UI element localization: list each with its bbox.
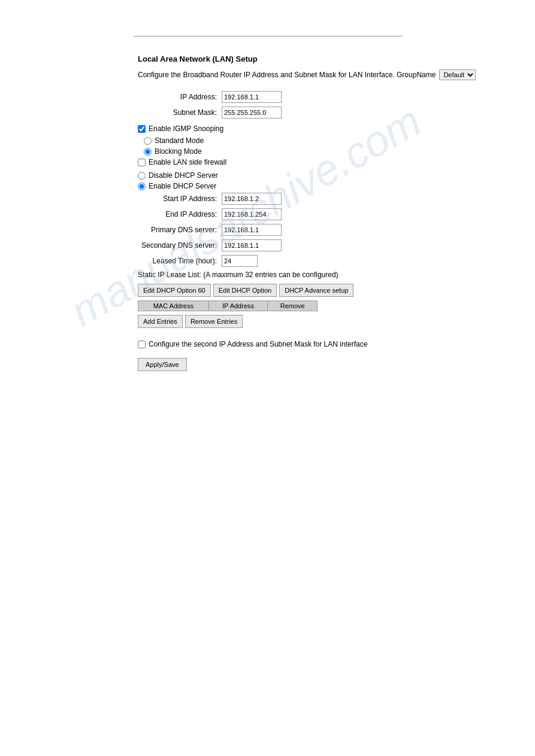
- enable-dhcp-row: Enable DHCP Server: [138, 182, 511, 190]
- disable-dhcp-label: Disable DHCP Server: [149, 171, 218, 180]
- disable-dhcp-radio[interactable]: [138, 172, 146, 180]
- dhcp-buttons-row: Edit DHCP Option 60 Edit DHCP Option DHC…: [138, 284, 511, 297]
- lan-firewall-row: Enable LAN side firewall: [138, 158, 511, 166]
- secondary-dns-row: Secondary DNS server:: [138, 239, 511, 251]
- start-ip-input[interactable]: [222, 193, 282, 205]
- content-area: Local Area Network (LAN) Setup Configure…: [138, 54, 511, 371]
- dhcp-advance-setup-button[interactable]: DHCP Advance setup: [279, 284, 353, 297]
- subnet-mask-label: Subnet Mask:: [138, 108, 222, 117]
- top-divider: [133, 36, 403, 37]
- leased-time-label: Leased Time (hour):: [138, 257, 222, 265]
- description-text: Configure the Broadband Router IP Addres…: [138, 71, 436, 79]
- primary-dns-row: Primary DNS server:: [138, 224, 511, 236]
- blocking-mode-radio[interactable]: [144, 148, 152, 156]
- enable-dhcp-label: Enable DHCP Server: [149, 182, 216, 190]
- blocking-mode-label: Blocking Mode: [155, 147, 202, 156]
- page-container: manualsarchive.com Local Area Network (L…: [0, 0, 535, 756]
- standard-mode-radio[interactable]: [144, 137, 152, 145]
- apply-row: Apply/Save: [138, 358, 511, 371]
- description-row: Configure the Broadband Router IP Addres…: [138, 69, 511, 80]
- standard-mode-row: Standard Mode: [144, 136, 511, 145]
- leased-time-input[interactable]: [222, 255, 258, 267]
- remove-entries-button[interactable]: Remove Entries: [185, 315, 243, 328]
- igmp-label: Enable IGMP Snooping: [149, 125, 223, 133]
- subnet-mask-input[interactable]: [222, 107, 282, 119]
- edit-dhcp-option60-button[interactable]: Edit DHCP Option 60: [138, 284, 211, 297]
- second-ip-checkbox[interactable]: [138, 341, 146, 348]
- leased-time-row: Leased Time (hour):: [138, 255, 511, 267]
- disable-dhcp-row: Disable DHCP Server: [138, 171, 511, 180]
- start-ip-row: Start IP Address:: [138, 193, 511, 205]
- remove-header: Remove: [268, 301, 318, 311]
- page-title: Local Area Network (LAN) Setup: [138, 54, 511, 63]
- standard-mode-label: Standard Mode: [155, 136, 204, 145]
- ip-address-header: IP Address: [208, 301, 268, 311]
- second-ip-row: Configure the second IP Address and Subn…: [138, 340, 511, 348]
- end-ip-input[interactable]: [222, 208, 282, 220]
- subnet-mask-row: Subnet Mask:: [138, 107, 511, 119]
- end-ip-label: End IP Address:: [138, 210, 222, 218]
- enable-dhcp-radio[interactable]: [138, 183, 146, 190]
- second-ip-label: Configure the second IP Address and Subn…: [149, 340, 367, 348]
- ip-address-input[interactable]: [222, 91, 282, 103]
- groupname-select[interactable]: Default: [439, 69, 476, 80]
- ip-address-label: IP Address:: [138, 93, 222, 101]
- primary-dns-input[interactable]: [222, 224, 282, 236]
- start-ip-label: Start IP Address:: [138, 195, 222, 203]
- ip-address-row: IP Address:: [138, 91, 511, 103]
- table-buttons-row: Add Entries Remove Entries: [138, 315, 511, 328]
- blocking-mode-row: Blocking Mode: [144, 147, 511, 156]
- primary-dns-label: Primary DNS server:: [138, 226, 222, 234]
- lease-table: MAC Address IP Address Remove: [138, 300, 318, 311]
- end-ip-row: End IP Address:: [138, 208, 511, 220]
- apply-save-button[interactable]: Apply/Save: [138, 358, 187, 371]
- igmp-snooping-row: Enable IGMP Snooping: [138, 125, 511, 133]
- secondary-dns-input[interactable]: [222, 239, 282, 251]
- lan-firewall-label: Enable LAN side firewall: [149, 158, 226, 166]
- igmp-checkbox[interactable]: [138, 125, 146, 133]
- lan-firewall-checkbox[interactable]: [138, 159, 146, 166]
- secondary-dns-label: Secondary DNS server:: [138, 241, 222, 250]
- edit-dhcp-option-button[interactable]: Edit DHCP Option: [213, 284, 277, 297]
- mac-address-header: MAC Address: [138, 301, 209, 311]
- add-entries-button[interactable]: Add Entries: [138, 315, 183, 328]
- static-lease-label: Static IP Lease List: (A maximum 32 entr…: [138, 271, 511, 279]
